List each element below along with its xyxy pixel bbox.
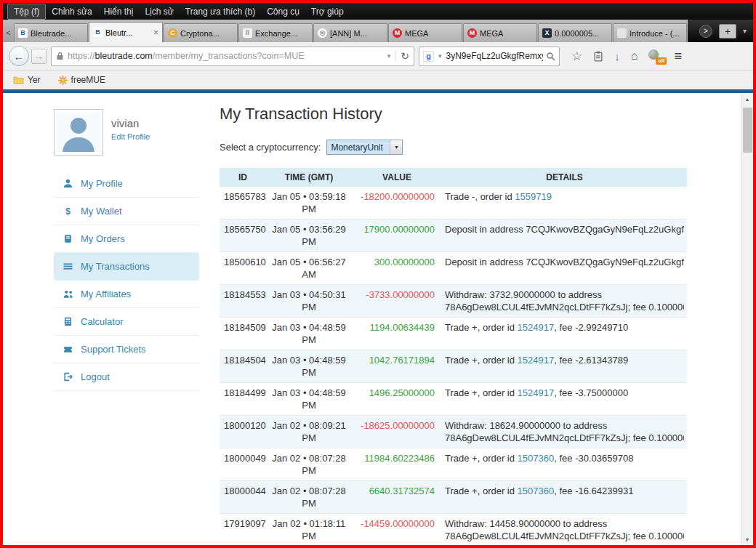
tab-8[interactable]: Introduce - (...: [613, 23, 687, 42]
search-engine-dropdown-icon[interactable]: ▾: [437, 52, 443, 60]
downloads-icon[interactable]: ↓: [614, 50, 620, 63]
order-id-link[interactable]: 1524917: [518, 322, 555, 333]
select-arrow-icon[interactable]: ▼: [390, 140, 402, 154]
tab-2[interactable]: CCryptona...: [164, 23, 238, 42]
calculator-icon: [63, 317, 73, 326]
details-text: , fee -30.03659708: [554, 453, 633, 464]
sidebar-item-my-transactions[interactable]: My Transactions: [54, 253, 199, 281]
bookmarks-menu-icon[interactable]: [593, 51, 603, 62]
search-engine-icon[interactable]: g: [423, 51, 434, 62]
table-row: 18565750Jan 05 • 03:56:29PM17900.0000000…: [220, 219, 687, 252]
url-scheme: https://: [68, 51, 95, 61]
details-text: Trade +, order id: [445, 485, 518, 496]
tab-3[interactable]: //Exchange...: [238, 23, 313, 42]
logout-icon: [63, 372, 73, 382]
details-text: 78A6gDew8LCUL4fEJvMN2qcLDtFF7kZsJj; fee …: [445, 531, 684, 541]
search-input[interactable]: 3yN9eFqLz2uGkgfRemxyj: [446, 51, 543, 61]
time-date: Jan 03 • 04:48:59: [269, 354, 349, 366]
sidebar-item-label: My Profile: [81, 178, 123, 189]
tab-favicon: C: [168, 28, 177, 38]
tab-6[interactable]: MMEGA: [463, 23, 537, 42]
forward-button[interactable]: →: [31, 49, 47, 64]
lock-icon: [56, 52, 64, 60]
new-tab-button[interactable]: +: [719, 24, 736, 39]
scroll-down-icon[interactable]: ▼: [741, 533, 753, 545]
tab-label: MEGA: [480, 29, 533, 38]
details-text: Trade -, order id: [445, 191, 515, 202]
order-id-link[interactable]: 1507360: [518, 453, 555, 464]
sidebar-item-label: My Transactions: [81, 261, 150, 272]
tab-0[interactable]: BBleutrade...: [14, 23, 88, 42]
back-button[interactable]: ←: [9, 46, 29, 66]
sidebar-item-label: Calculator: [81, 316, 124, 327]
menu-item-hi-n-th[interactable]: Hiển thị: [98, 4, 140, 19]
bookmark-yer[interactable]: Yer: [13, 75, 41, 85]
starburst-icon: [58, 76, 68, 85]
sidebar-item-my-profile[interactable]: My Profile: [54, 170, 199, 198]
tab-label: Introduce - (...: [630, 29, 683, 38]
details-line: Trade -, order id 1559719: [445, 190, 684, 203]
details-text: 78A6gDew8LCUL4fEJvMN2qcLDtFF7kZsJj; fee …: [445, 302, 684, 313]
menu-bar: Tệp (f)Chỉnh sửaHiển thịLịch sửTrang ưa …: [3, 3, 753, 20]
scrollbar-thumb[interactable]: [743, 108, 752, 153]
sidebar-item-support-tickets[interactable]: Support Tickets: [54, 336, 199, 363]
tab-scroll-right-icon[interactable]: >: [699, 25, 712, 38]
coin-select[interactable]: MonetaryUnit ▼: [326, 140, 403, 155]
menu-item-tr-gi-p[interactable]: Trợ giúp: [305, 4, 350, 19]
addon-icon[interactable]: off: [648, 49, 663, 63]
tab-favicon: [617, 28, 627, 38]
menu-item-t-p-f[interactable]: Tệp (f): [7, 4, 46, 20]
tab-5[interactable]: MMEGA: [388, 23, 462, 42]
sidebar-item-my-orders[interactable]: My Orders: [54, 225, 199, 253]
tab-favicon: M: [467, 28, 477, 38]
vertical-scrollbar[interactable]: ▲ ▼: [741, 93, 753, 545]
tab-close-icon[interactable]: ×: [153, 28, 158, 38]
tab-favicon: X: [542, 28, 552, 38]
sidebar-item-label: Support Tickets: [81, 344, 146, 355]
sidebar-item-my-wallet[interactable]: $My Wallet: [54, 198, 199, 225]
details-text: Trade +, order id: [445, 453, 518, 464]
sidebar-item-logout[interactable]: Logout: [54, 363, 199, 391]
menu-item-c-ng-c[interactable]: Công cụ: [261, 4, 305, 19]
table-row: 18184504Jan 03 • 04:48:59PM1042.76171894…: [220, 350, 687, 383]
edit-profile-link[interactable]: Edit Profile: [111, 132, 150, 141]
url-bar[interactable]: https://bleutrade.com/member/my_transact…: [51, 47, 414, 66]
cell-id: 17919097: [220, 514, 266, 546]
tab-favicon: ◎: [318, 28, 327, 38]
bookmarks-bar: YerfreeMUE: [3, 70, 753, 89]
details-line: Trade +, order id 1524917, fee -2.992497…: [445, 321, 684, 334]
tab-4[interactable]: ◎[ANN] M...: [313, 23, 387, 42]
time-meridiem: PM: [269, 530, 349, 542]
menu-item-ch-nh-s-a[interactable]: Chỉnh sửa: [46, 4, 97, 19]
sidebar-item-calculator[interactable]: Calculator: [54, 308, 199, 336]
home-icon[interactable]: ⌂: [631, 49, 638, 63]
tab-strip: BBleutrade...BBleutr...×CCryptona...//Ex…: [14, 22, 688, 42]
order-id-link[interactable]: 1559719: [515, 191, 552, 202]
details-text: Trade +, order id: [445, 387, 518, 398]
bookmark-freemue[interactable]: freeMUE: [58, 75, 105, 85]
tab-list-icon[interactable]: ▾: [743, 27, 747, 35]
menu-item-l-ch-s[interactable]: Lịch sử: [139, 4, 179, 19]
search-icon[interactable]: [546, 52, 555, 61]
table-row: 18000049Jan 02 • 08:07:28PM11984.6022348…: [220, 448, 687, 481]
order-id-link[interactable]: 1524917: [518, 387, 555, 398]
cell-time: Jan 02 • 08:07:28PM: [266, 448, 352, 481]
search-bar[interactable]: g ▾ 3yN9eFqLz2uGkgfRemxyj: [419, 47, 560, 66]
url-dropdown-icon[interactable]: ▾: [386, 52, 393, 60]
cell-value: 11984.60223486: [352, 448, 442, 481]
menu-item-trang-a-th-ch-b[interactable]: Trang ưa thích (b): [180, 4, 261, 19]
scroll-up-icon[interactable]: ▲: [741, 93, 753, 105]
column-header-value: VALUE: [352, 168, 442, 187]
hamburger-menu-icon[interactable]: ≡: [674, 49, 682, 64]
reload-icon[interactable]: ↻: [395, 50, 409, 62]
tab-bar-extras: > + ▾: [688, 20, 753, 42]
tab-1[interactable]: BBleutr...×: [89, 22, 163, 42]
browser-window: Tệp (f)Chỉnh sửaHiển thịLịch sửTrang ưa …: [0, 0, 756, 548]
tab-7[interactable]: X0.0000005...: [538, 23, 612, 42]
bookmark-star-icon[interactable]: ☆: [571, 49, 582, 64]
tab-scroll-left-icon[interactable]: <: [3, 23, 14, 42]
cell-value: -14459.00000000: [352, 514, 442, 546]
order-id-link[interactable]: 1507360: [518, 485, 555, 496]
sidebar-item-my-affiliates[interactable]: My Affiliates: [54, 281, 199, 308]
order-id-link[interactable]: 1524917: [518, 355, 555, 366]
